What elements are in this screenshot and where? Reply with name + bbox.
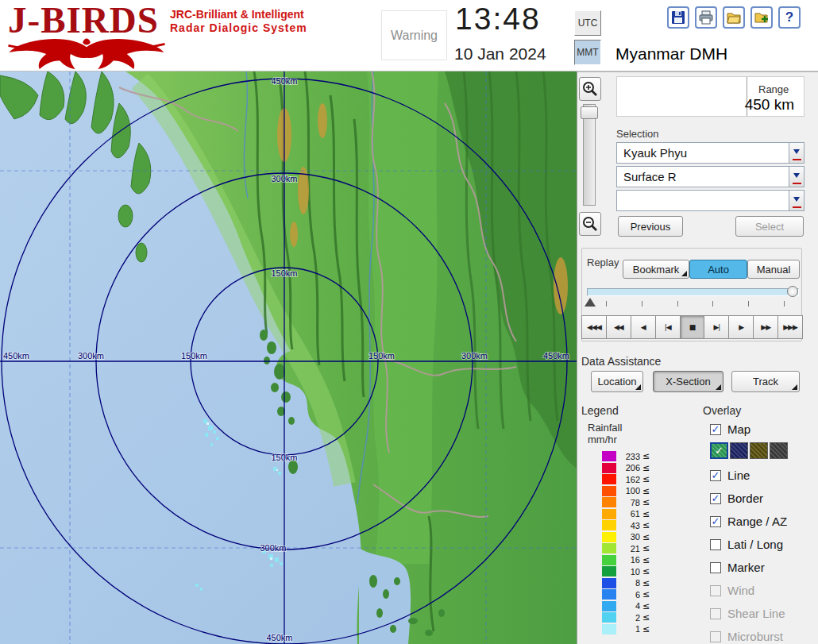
legend-lte-sign: ≤ xyxy=(642,486,650,496)
range-value: 450 km xyxy=(745,96,794,114)
legend-row: 10≤ xyxy=(602,566,650,577)
svg-text:300km: 300km xyxy=(78,351,104,361)
legend-value: 206 xyxy=(618,463,640,472)
legend-row: 16≤ xyxy=(602,555,650,565)
warning-button[interactable]: Warning xyxy=(381,10,447,60)
overlay-item-map[interactable]: ✓ Map xyxy=(710,422,750,436)
extra-dropdown[interactable] xyxy=(616,190,804,211)
legend-lte-sign: ≤ xyxy=(642,624,650,634)
open-file-button[interactable] xyxy=(723,6,745,29)
overlay-item-range-az[interactable]: ✓Range / AZ xyxy=(710,515,787,528)
print-button[interactable] xyxy=(695,6,717,29)
legend-row: 206≤ xyxy=(602,463,650,473)
checkbox[interactable]: ✓ xyxy=(710,470,721,481)
zoom-out-button[interactable] xyxy=(579,212,601,236)
replay-timeline-slider[interactable] xyxy=(587,288,799,296)
checkbox[interactable] xyxy=(710,562,721,573)
eagle-logo-icon xyxy=(6,35,167,70)
replay-manual-button[interactable]: Manual xyxy=(747,260,800,279)
legend-color-swatch xyxy=(602,486,616,496)
replay-label: Replay xyxy=(587,256,619,268)
map-style-olive[interactable] xyxy=(750,442,768,459)
radar-map-viewport[interactable]: 450km 300km 150km 150km 300km 450km 450k… xyxy=(0,71,577,644)
replay-transport-button-8[interactable]: ▶▶▶ xyxy=(777,315,803,339)
checkbox[interactable] xyxy=(710,539,721,550)
overlay-item-lati-long[interactable]: Lati / Long xyxy=(710,538,787,551)
legend-color-swatch xyxy=(602,509,616,519)
overlay-item-line[interactable]: ✓Line xyxy=(710,469,787,482)
site-dropdown-value: Kyauk Phyu xyxy=(617,143,789,163)
replay-transport-button-2[interactable]: ◀ xyxy=(631,315,656,339)
timezone-mmt-button[interactable]: MMT xyxy=(574,40,601,65)
x-section-button[interactable]: X-Section xyxy=(653,371,723,392)
radar-map[interactable]: 450km 300km 150km 150km 300km 450km 450k… xyxy=(0,71,577,644)
print-icon xyxy=(698,10,714,25)
replay-auto-button[interactable]: Auto xyxy=(689,260,747,279)
save-icon xyxy=(670,10,686,25)
legend-color-swatch xyxy=(602,520,616,530)
svg-text:150km: 150km xyxy=(271,268,297,278)
replay-transport-button-3[interactable]: |◀ xyxy=(655,315,681,339)
bookmark-button[interactable]: Bookmark xyxy=(623,260,689,279)
checkbox[interactable]: ✓ xyxy=(710,516,721,527)
checkbox[interactable]: ✓ xyxy=(710,493,721,504)
station-name: Myanmar DMH xyxy=(615,44,727,64)
timezone-utc-button[interactable]: UTC xyxy=(574,10,601,36)
legend-row: 6≤ xyxy=(602,589,650,600)
replay-transport-button-6[interactable]: ▶ xyxy=(728,315,754,339)
replay-transport-button-7[interactable]: ▶▶ xyxy=(753,315,778,339)
replay-transport-button-4[interactable]: ■ xyxy=(680,315,705,339)
site-dropdown-arrow-button[interactable] xyxy=(789,143,804,163)
replay-transport-button-1[interactable]: ◀◀ xyxy=(606,315,631,339)
zoom-slider-thumb[interactable] xyxy=(581,106,598,119)
replay-timeline-knob[interactable] xyxy=(787,286,798,297)
product-dropdown[interactable]: Surface R xyxy=(616,166,804,187)
svg-text:450km: 450km xyxy=(266,633,292,642)
legend-lte-sign: ≤ xyxy=(642,463,650,473)
legend-title-rainfall: Rainfall xyxy=(588,422,622,434)
range-display: Range 450 km xyxy=(616,76,804,117)
legend-value: 4 xyxy=(618,601,640,611)
logo-tagline-2: Radar Dialogic System xyxy=(170,21,307,34)
location-button[interactable]: Location xyxy=(591,371,643,392)
track-button[interactable]: Track xyxy=(731,371,800,392)
map-style-green[interactable]: ✓ xyxy=(710,442,728,459)
zoom-slider[interactable] xyxy=(583,104,596,206)
legend-color-swatch xyxy=(602,543,616,553)
map-style-charcoal[interactable] xyxy=(770,442,788,459)
overlay-item-marker[interactable]: Marker xyxy=(710,561,787,574)
help-button[interactable]: ? xyxy=(778,6,801,29)
select-button[interactable]: Select xyxy=(735,216,804,237)
previous-button[interactable]: Previous xyxy=(618,216,683,237)
map-style-navy[interactable] xyxy=(730,442,748,459)
replay-timeline-marker[interactable] xyxy=(585,298,596,307)
extra-dropdown-arrow-button[interactable] xyxy=(789,191,804,210)
legend-color-swatch xyxy=(602,451,616,461)
legend-row: 233≤ xyxy=(602,451,650,461)
chevron-down-icon xyxy=(793,149,800,157)
product-dropdown-arrow-button[interactable] xyxy=(789,167,804,187)
zoom-in-button[interactable] xyxy=(579,77,601,101)
map-style-swatches: ✓ xyxy=(710,442,788,459)
map-checkbox[interactable]: ✓ xyxy=(710,424,721,435)
overlay-item-border[interactable]: ✓Border xyxy=(710,492,787,505)
clock-time: 13:48 xyxy=(455,2,541,37)
legend-color-swatch xyxy=(602,601,616,611)
export-button[interactable] xyxy=(750,6,773,29)
legend-color-swatch xyxy=(602,612,616,623)
overlay-label: Overlay xyxy=(703,404,741,417)
replay-transport-controls: ◀◀◀◀◀◀|◀■▶|▶▶▶▶▶▶ xyxy=(582,315,803,339)
replay-transport-button-0[interactable]: ◀◀◀ xyxy=(581,315,607,339)
legend-color-swatch xyxy=(602,624,616,634)
replay-transport-button-5[interactable]: ▶| xyxy=(704,315,729,339)
overlay-item-wind: Wind xyxy=(710,584,787,597)
site-dropdown[interactable]: Kyauk Phyu xyxy=(616,142,804,164)
legend-row: 2≤ xyxy=(602,612,650,623)
legend-value: 30 xyxy=(618,532,640,542)
legend-lte-sign: ≤ xyxy=(642,589,650,600)
save-button[interactable] xyxy=(667,6,689,29)
overlay-item-label: Range / AZ xyxy=(727,515,787,528)
legend-lte-sign: ≤ xyxy=(642,509,650,519)
legend-row: 30≤ xyxy=(602,532,650,542)
svg-text:450km: 450km xyxy=(543,351,569,361)
